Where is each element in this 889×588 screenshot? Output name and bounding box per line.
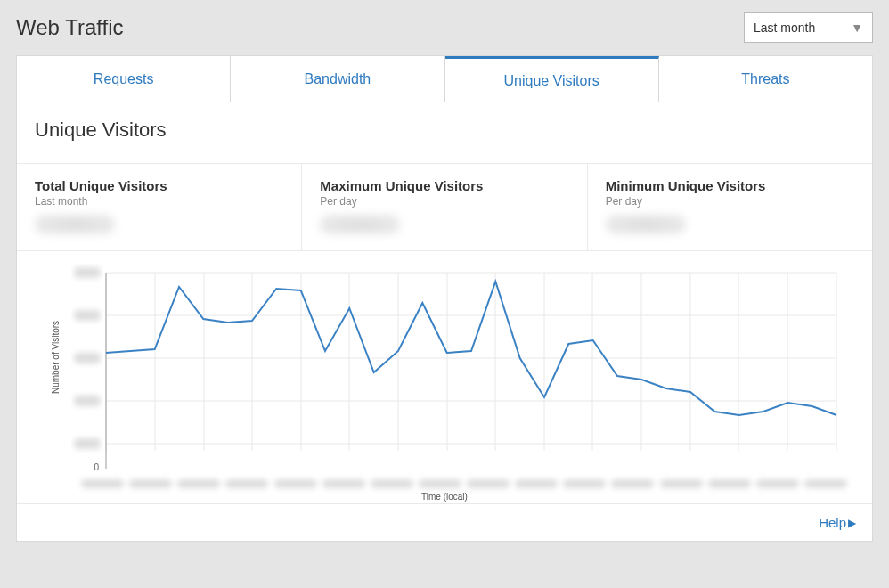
svg-rect-24 (74, 353, 101, 363)
stat-value-redacted (320, 215, 400, 234)
time-range-selected-label: Last month (754, 20, 815, 35)
caret-right-icon: ▶ (848, 517, 856, 529)
stat-max-unique: Maximum Unique Visitors Per day (302, 164, 587, 250)
time-range-select[interactable]: Last month ▼ (744, 12, 873, 43)
svg-rect-22 (74, 267, 101, 278)
stat-subtitle: Per day (320, 195, 568, 208)
stat-total-unique: Total Unique Visitors Last month (17, 164, 302, 250)
svg-rect-23 (74, 310, 101, 321)
stat-subtitle: Per day (606, 195, 854, 208)
help-label: Help (819, 515, 846, 530)
stats-row: Total Unique Visitors Last month Maximum… (17, 163, 872, 251)
stat-title: Maximum Unique Visitors (320, 178, 568, 193)
caret-down-icon: ▼ (851, 20, 863, 35)
svg-rect-26 (74, 438, 101, 449)
tab-label: Bandwidth (305, 71, 371, 87)
tab-label: Unique Visitors (503, 73, 599, 89)
tab-label: Requests (94, 71, 154, 87)
tab-unique-visitors[interactable]: Unique Visitors (445, 56, 659, 102)
visitors-line (106, 282, 836, 415)
tab-threats[interactable]: Threats (659, 56, 872, 102)
y-axis-label: Number of Visitors (51, 321, 61, 394)
stat-subtitle: Last month (35, 195, 283, 208)
section-title: Unique Visitors (35, 118, 854, 142)
stat-value-redacted (606, 215, 686, 234)
tab-requests[interactable]: Requests (17, 56, 231, 102)
y-tick-zero: 0 (94, 462, 99, 472)
stat-value-redacted (35, 215, 115, 234)
web-traffic-panel: Requests Bandwidth Unique Visitors Threa… (16, 55, 873, 542)
page-title: Web Traffic (16, 15, 124, 40)
stat-title: Minimum Unique Visitors (606, 178, 854, 193)
x-ticks-redacted (81, 479, 847, 488)
tabs: Requests Bandwidth Unique Visitors Threa… (17, 56, 872, 102)
help-link[interactable]: Help ▶ (819, 515, 856, 530)
stat-title: Total Unique Visitors (35, 178, 283, 193)
tab-bandwidth[interactable]: Bandwidth (231, 56, 444, 102)
stat-min-unique: Minimum Unique Visitors Per day (588, 164, 872, 250)
svg-rect-25 (74, 396, 101, 406)
unique-visitors-line-chart: 0 (61, 264, 845, 478)
tab-label: Threats (741, 71, 789, 87)
chart-area: Number of Visitors (17, 251, 872, 503)
x-axis-label: Time (local) (35, 492, 854, 502)
